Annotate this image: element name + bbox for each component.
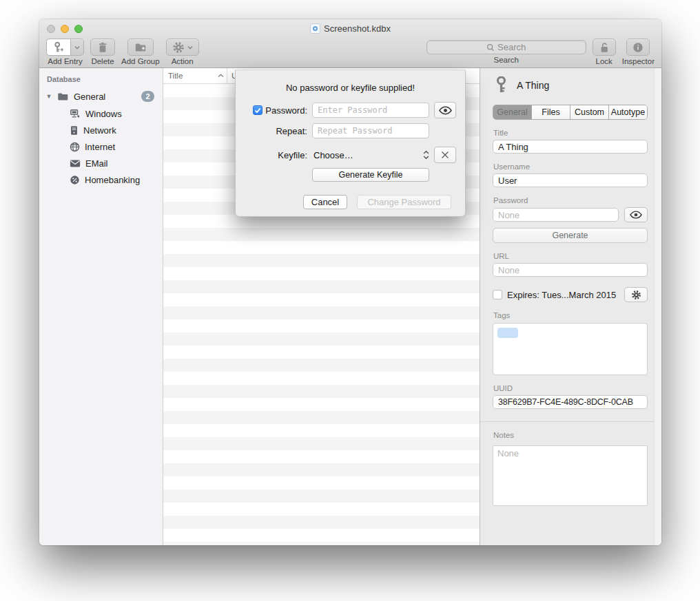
stepper-icon (423, 150, 429, 160)
sheet-repeat-input[interactable] (312, 123, 429, 138)
sidebar-item-label: Homebanking (85, 175, 140, 185)
inspector-tabs: General Files Custom Autotype (493, 105, 648, 120)
sidebar: Database ▼ General 2 Windows (39, 68, 163, 545)
generate-keyfile-button[interactable]: Generate Keyfile (312, 168, 429, 182)
change-password-button[interactable]: Change Password (357, 195, 451, 209)
tab-files[interactable]: Files (532, 105, 570, 119)
add-entry-button[interactable] (46, 39, 70, 56)
info-icon (632, 42, 644, 53)
delete-button[interactable] (90, 39, 115, 56)
column-header-title[interactable]: Title (163, 68, 227, 83)
chevron-down-icon (187, 45, 193, 50)
lock-button[interactable] (593, 39, 616, 56)
sidebar-item-homebanking[interactable]: Homebanking (39, 171, 163, 188)
tab-general[interactable]: General (493, 105, 532, 119)
uuid-field[interactable] (493, 395, 648, 409)
window-content: Database ▼ General 2 Windows (39, 68, 661, 545)
sidebar-item-label: Internet (85, 142, 115, 152)
server-icon (70, 125, 79, 136)
notes-divider (480, 421, 661, 422)
search-label: Search (493, 56, 518, 64)
desktop-background: Screenshot.kdbx (0, 0, 700, 601)
expires-checkbox[interactable] (493, 290, 502, 299)
sheet-password-input[interactable] (312, 103, 429, 118)
titlebar[interactable]: Screenshot.kdbx (39, 19, 661, 38)
sidebar-section-header: Database (39, 75, 163, 87)
url-field[interactable] (493, 263, 648, 277)
sort-ascending-icon (218, 74, 224, 78)
gear-icon (631, 290, 641, 300)
checkmark-icon (254, 107, 261, 114)
search-placeholder: Search (497, 42, 526, 52)
lock-open-icon (599, 41, 610, 54)
title-field[interactable] (493, 140, 648, 154)
keyfile-value: Choose… (313, 150, 353, 160)
url-field-label: URL (493, 252, 648, 260)
password-checkbox[interactable] (253, 105, 262, 115)
add-entry-label: Add Entry (48, 57, 83, 65)
eye-icon (439, 106, 452, 115)
sheet-reveal-password-button[interactable] (434, 102, 456, 118)
inspector-panel: A Thing General Files Custom Autotype Ti… (480, 68, 661, 545)
add-group-button[interactable] (127, 39, 154, 56)
sidebar-item-network[interactable]: Network (39, 122, 163, 138)
inspector-button[interactable] (626, 39, 650, 56)
notes-field[interactable] (493, 445, 648, 506)
expires-settings-button[interactable] (624, 287, 648, 302)
generate-password-button[interactable]: Generate (493, 228, 648, 243)
sidebar-item-internet[interactable]: Internet (39, 138, 163, 155)
sidebar-item-label: Windows (85, 109, 122, 119)
username-field-label: Username (493, 162, 648, 171)
window-title-text: Screenshot.kdbx (324, 23, 391, 34)
sidebar-item-general[interactable]: ▼ General 2 (39, 87, 163, 105)
title-field-label: Title (493, 129, 648, 137)
tags-field-label: Tags (493, 311, 648, 319)
inspector-control: Inspector (622, 39, 655, 65)
add-group-label: Add Group (121, 57, 160, 65)
eye-icon (630, 211, 642, 219)
entry-count-badge: 2 (141, 91, 154, 102)
tab-autotype[interactable]: Autotype (609, 105, 647, 119)
clear-keyfile-button[interactable] (434, 147, 456, 163)
app-window: Screenshot.kdbx (39, 19, 661, 545)
password-field[interactable] (493, 208, 619, 222)
toolbar: Add Entry Delete (39, 38, 661, 67)
expires-row: Expires: Tues...March 2015 (493, 287, 648, 302)
uuid-field-label: UUID (493, 384, 648, 392)
lock-control: Lock (593, 39, 616, 65)
sidebar-item-windows[interactable]: Windows (39, 105, 163, 122)
entry-header: A Thing (493, 76, 648, 94)
clear-x-icon (441, 151, 449, 159)
folder-icon (57, 92, 69, 102)
key-plus-icon (52, 41, 65, 54)
tags-box[interactable] (493, 323, 648, 375)
search-input[interactable]: Search (426, 40, 586, 54)
sheet-message: No password or keyfile supplied! (236, 83, 465, 93)
add-entry-control: Add Entry (46, 39, 84, 65)
sidebar-item-email[interactable]: EMail (39, 155, 163, 171)
window-header: Screenshot.kdbx (39, 19, 661, 68)
expires-label: Expires: Tues...March 2015 (507, 290, 619, 300)
globe-icon (70, 142, 80, 152)
disclosure-triangle-icon[interactable]: ▼ (45, 93, 53, 100)
action-button[interactable] (166, 39, 199, 56)
sidebar-item-label: Network (83, 125, 116, 136)
cancel-button[interactable]: Cancel (303, 195, 347, 209)
username-field[interactable] (493, 173, 648, 187)
key-icon (495, 76, 507, 94)
window-title: Screenshot.kdbx (39, 23, 661, 34)
tag-pill[interactable] (497, 328, 518, 338)
trash-icon (96, 41, 109, 54)
delete-control: Delete (90, 39, 115, 65)
envelope-icon (70, 159, 81, 168)
add-group-control: Add Group (121, 39, 160, 65)
reveal-password-button[interactable] (624, 207, 648, 222)
dropdown-arrow-icon (74, 45, 80, 50)
add-entry-dropdown-button[interactable] (70, 39, 84, 56)
tab-custom[interactable]: Custom (570, 105, 609, 119)
inspector-label: Inspector (622, 57, 655, 65)
sheet-password-label: Password: (265, 105, 307, 116)
delete-label: Delete (91, 57, 114, 65)
keyfile-dropdown[interactable]: Choose… (312, 150, 429, 160)
notes-field-label: Notes (493, 431, 648, 439)
